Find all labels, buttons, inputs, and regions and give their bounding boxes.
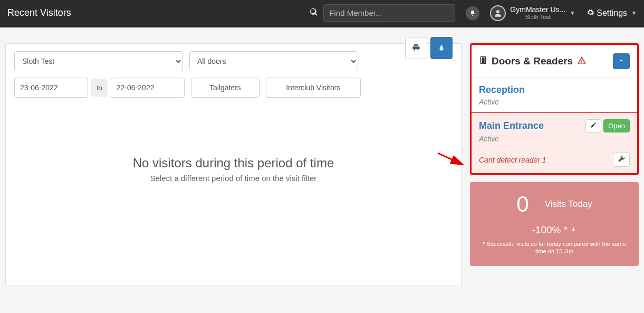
door-name: Reception xyxy=(479,84,630,96)
visits-note: * Successful visits so far today compare… xyxy=(477,240,631,255)
settings-menu[interactable]: Settings ▼ xyxy=(587,8,637,18)
visits-today-panel: 0 Visits Today -100% * * Successful visi… xyxy=(470,182,639,266)
visits-percent: -100% * xyxy=(532,224,568,235)
avatar-icon xyxy=(490,5,506,21)
date-to-input[interactable] xyxy=(111,78,185,98)
doors-readers-panel: Doors & Readers Reception Active Main xyxy=(470,43,639,175)
door-name: Main Entrance xyxy=(479,120,544,131)
top-bar: Recent Visitors GymMaster Us... Sloth Te… xyxy=(0,0,644,27)
arrow-down-icon xyxy=(570,224,576,235)
user-subtitle: Sloth Test xyxy=(510,14,565,20)
visitors-panel: Sloth Test All doors xyxy=(5,43,462,286)
empty-title: No visitors during this period of time xyxy=(14,156,453,170)
chevron-down-icon: ▼ xyxy=(631,10,637,16)
open-door-button[interactable]: Open xyxy=(603,119,630,132)
empty-subtitle: Select a different period of time on the… xyxy=(14,174,453,183)
door-error-message: Cant detect reader 1 xyxy=(479,156,546,164)
edit-door-button[interactable] xyxy=(585,119,601,132)
visits-count: 0 xyxy=(516,192,528,217)
wrench-icon xyxy=(618,156,625,164)
door-status: Active xyxy=(479,98,630,106)
door-icon xyxy=(479,55,487,68)
door-status: Active xyxy=(479,135,630,143)
doors-panel-title: Doors & Readers xyxy=(492,55,573,67)
page-title: Recent Visitors xyxy=(7,7,71,18)
chevron-down-icon: ▼ xyxy=(570,10,575,16)
fire-icon xyxy=(438,43,445,53)
user-name: GymMaster Us... xyxy=(510,6,565,14)
pencil-icon xyxy=(590,122,597,130)
find-member-input[interactable] xyxy=(323,4,455,22)
visits-label: Visits Today xyxy=(545,199,592,210)
search-icon[interactable] xyxy=(310,8,318,18)
door-item-main-entrance[interactable]: Main Entrance Open Active Cant detect re… xyxy=(472,113,637,173)
gear-icon xyxy=(587,8,594,18)
svg-rect-2 xyxy=(482,57,484,63)
warning-icon xyxy=(577,55,587,68)
print-button[interactable] xyxy=(405,37,427,59)
fire-button[interactable] xyxy=(430,37,453,59)
location-select[interactable]: Sloth Test xyxy=(14,51,183,71)
date-from-input[interactable] xyxy=(14,78,88,98)
svg-point-0 xyxy=(496,10,499,13)
to-label: to xyxy=(91,79,108,97)
collapse-button[interactable] xyxy=(613,53,630,69)
interclub-visitors-button[interactable]: Interclub Visitors xyxy=(266,78,361,98)
fix-door-button[interactable] xyxy=(613,153,630,167)
notifications-bell-icon[interactable] xyxy=(466,6,479,20)
door-item-reception[interactable]: Reception Active xyxy=(472,78,637,113)
chevron-down-icon xyxy=(618,56,624,66)
empty-state: No visitors during this period of time S… xyxy=(14,156,453,183)
settings-label: Settings xyxy=(597,8,627,18)
tailgaters-button[interactable]: Tailgaters xyxy=(191,78,259,98)
doors-select[interactable]: All doors xyxy=(189,51,358,71)
print-icon xyxy=(412,43,420,53)
user-menu[interactable]: GymMaster Us... Sloth Test ▼ xyxy=(490,5,575,21)
